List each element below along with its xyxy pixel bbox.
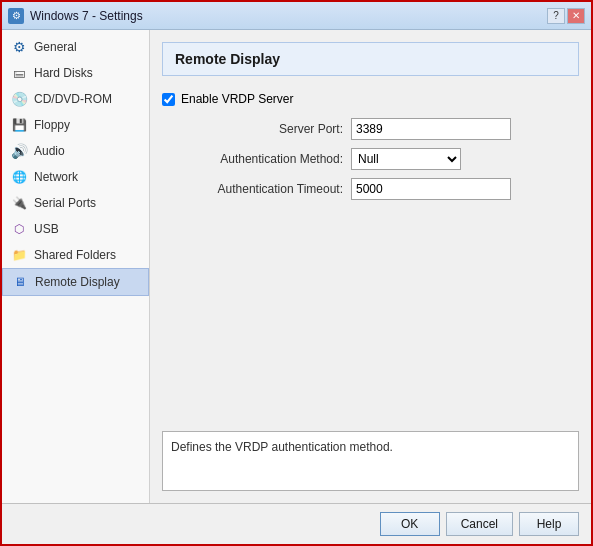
usb-icon: ⬡: [10, 220, 28, 238]
sidebar-label-shared: Shared Folders: [34, 248, 116, 262]
sidebar-label-floppy: Floppy: [34, 118, 70, 132]
cdrom-icon: 💿: [10, 90, 28, 108]
panel-title: Remote Display: [175, 51, 280, 67]
sidebar-label-hard-disks: Hard Disks: [34, 66, 93, 80]
serial-icon: 🔌: [10, 194, 28, 212]
info-text: Defines the VRDP authentication method.: [171, 440, 393, 454]
server-port-input[interactable]: [351, 118, 511, 140]
auth-method-label: Authentication Method:: [178, 152, 343, 166]
sidebar-item-audio[interactable]: 🔊 Audio: [2, 138, 149, 164]
sidebar-item-remote-display[interactable]: 🖥 Remote Display: [2, 268, 149, 296]
sidebar-item-hard-disks[interactable]: 🖴 Hard Disks: [2, 60, 149, 86]
window-title: Windows 7 - Settings: [30, 9, 541, 23]
sidebar-item-serial-ports[interactable]: 🔌 Serial Ports: [2, 190, 149, 216]
info-box: Defines the VRDP authentication method.: [162, 431, 579, 491]
bottom-bar: OK Cancel Help: [2, 503, 591, 544]
audio-icon: 🔊: [10, 142, 28, 160]
sidebar-label-audio: Audio: [34, 144, 65, 158]
auth-timeout-label: Authentication Timeout:: [178, 182, 343, 196]
server-port-label: Server Port:: [178, 122, 343, 136]
help-button[interactable]: Help: [519, 512, 579, 536]
server-port-row: Server Port:: [178, 118, 579, 140]
title-bar-buttons: ? ✕: [547, 8, 585, 24]
close-button[interactable]: ✕: [567, 8, 585, 24]
window-icon: ⚙: [8, 8, 24, 24]
auth-timeout-row: Authentication Timeout:: [178, 178, 579, 200]
auth-method-row: Authentication Method: Null External Gue…: [178, 148, 579, 170]
content-panel: Remote Display Enable VRDP Server Server…: [150, 30, 591, 503]
sidebar-label-cdvdrom: CD/DVD-ROM: [34, 92, 112, 106]
sidebar-item-general[interactable]: ⚙ General: [2, 34, 149, 60]
help-title-button[interactable]: ?: [547, 8, 565, 24]
enable-vrdp-label[interactable]: Enable VRDP Server: [181, 92, 294, 106]
settings-area: Enable VRDP Server Server Port: Authenti…: [162, 92, 579, 491]
sidebar-item-shared-folders[interactable]: 📁 Shared Folders: [2, 242, 149, 268]
sidebar: ⚙ General 🖴 Hard Disks 💿 CD/DVD-ROM 💾 Fl…: [2, 30, 150, 503]
sidebar-label-serial: Serial Ports: [34, 196, 96, 210]
sidebar-label-remote: Remote Display: [35, 275, 120, 289]
sidebar-label-usb: USB: [34, 222, 59, 236]
sidebar-item-cdvdrom[interactable]: 💿 CD/DVD-ROM: [2, 86, 149, 112]
settings-window: ⚙ Windows 7 - Settings ? ✕ ⚙ General 🖴 H…: [0, 0, 593, 546]
enable-vrdp-row: Enable VRDP Server: [162, 92, 579, 106]
title-bar: ⚙ Windows 7 - Settings ? ✕: [2, 2, 591, 30]
enable-vrdp-checkbox[interactable]: [162, 93, 175, 106]
sidebar-item-usb[interactable]: ⬡ USB: [2, 216, 149, 242]
auth-timeout-input[interactable]: [351, 178, 511, 200]
harddisk-icon: 🖴: [10, 64, 28, 82]
floppy-icon: 💾: [10, 116, 28, 134]
auth-method-select[interactable]: Null External Guest: [351, 148, 461, 170]
panel-title-box: Remote Display: [162, 42, 579, 76]
sidebar-label-general: General: [34, 40, 77, 54]
main-content: ⚙ General 🖴 Hard Disks 💿 CD/DVD-ROM 💾 Fl…: [2, 30, 591, 503]
general-icon: ⚙: [10, 38, 28, 56]
sidebar-label-network: Network: [34, 170, 78, 184]
ok-button[interactable]: OK: [380, 512, 440, 536]
shared-folders-icon: 📁: [10, 246, 28, 264]
cancel-button[interactable]: Cancel: [446, 512, 513, 536]
remote-display-icon: 🖥: [11, 273, 29, 291]
network-icon: 🌐: [10, 168, 28, 186]
sidebar-item-network[interactable]: 🌐 Network: [2, 164, 149, 190]
sidebar-item-floppy[interactable]: 💾 Floppy: [2, 112, 149, 138]
